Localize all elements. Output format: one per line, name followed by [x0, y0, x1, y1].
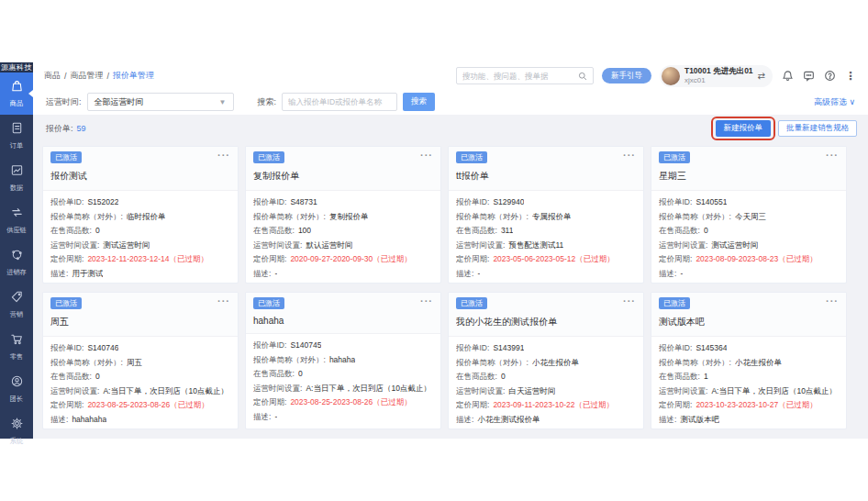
avatar: [662, 67, 680, 85]
breadcrumb: 商品/ 商品管理/ 报价单管理: [44, 70, 154, 82]
on-sale-count: 0: [298, 370, 303, 378]
brand-logo: 源惠科技: [0, 62, 33, 72]
batch-create-button[interactable]: 批量新建销售规格: [778, 120, 857, 137]
quote-description: -: [274, 270, 277, 278]
switch-account-icon[interactable]: ⇄: [758, 71, 765, 81]
card-more-icon[interactable]: ···: [420, 151, 433, 159]
search-filter-label: 搜索:: [258, 96, 277, 108]
quote-title: 复制报价单: [253, 163, 433, 190]
pricing-period: 2023-09-11-2023-10-22（已过期）: [493, 401, 614, 409]
quote-description: 用于测试: [72, 270, 103, 278]
pricing-period: 2023-10-23-2023-10-27（已过期）: [696, 401, 817, 409]
quote-title: 星期三: [659, 163, 839, 190]
on-sale-count: 0: [95, 373, 100, 381]
quote-card[interactable]: 已激活 ··· 星期三 报价单ID:S140551 报价单简称（对外）:今天周三…: [651, 146, 847, 284]
quote-id: S129940: [493, 198, 524, 206]
time-filter-select[interactable]: 全部运营时间 ▼: [87, 93, 234, 111]
notification-bell-icon[interactable]: [781, 70, 794, 83]
order-doc-icon: [10, 121, 24, 139]
quote-short-name: 今天周三: [735, 213, 766, 221]
on-sale-count: 0: [95, 227, 100, 235]
quote-short-name: 周五: [127, 359, 142, 367]
help-icon[interactable]: [823, 70, 836, 83]
cart-icon: [10, 332, 24, 350]
sidebar-item-进销存[interactable]: 进销存: [0, 241, 33, 284]
card-more-icon[interactable]: ···: [217, 297, 230, 305]
quote-title: hahaha: [253, 309, 433, 333]
sidebar-item-商品[interactable]: 商品: [0, 72, 33, 115]
sidebar-item-订单[interactable]: 订单: [0, 115, 33, 157]
sidebar-item-营销[interactable]: 营销: [0, 284, 33, 326]
global-search: [456, 67, 594, 84]
quote-description: 小花生测试报价单: [477, 416, 540, 424]
operation-time: 预售配送测试11: [508, 241, 563, 250]
card-more-icon[interactable]: ···: [623, 297, 636, 305]
sidebar-item-数据[interactable]: 数据: [0, 157, 33, 199]
user-name: T10001 先进先出01: [684, 67, 753, 76]
quote-card[interactable]: 已激活 ··· 我的小花生的测试报价单 报价单ID:S143991 报价单简称（…: [448, 292, 644, 429]
user-menu[interactable]: T10001 先进先出01 xjxc01 ⇄: [660, 65, 773, 87]
gear-icon: [10, 417, 24, 434]
message-icon[interactable]: [802, 70, 815, 83]
quote-count-value: 59: [77, 124, 86, 133]
sidebar-item-供应链[interactable]: 供应链: [0, 199, 33, 241]
card-more-icon[interactable]: ···: [826, 297, 839, 305]
quote-id: S140745: [290, 341, 321, 350]
advanced-filter-link[interactable]: 高级筛选 ∨: [814, 96, 855, 108]
quote-short-name: 复制报价单: [329, 213, 369, 221]
filter-bar: 运营时间: 全部运营时间 ▼ 搜索: 搜索 高级筛选 ∨: [33, 89, 868, 115]
pricing-period: 2023-08-25-2023-08-26（已过期）: [290, 398, 411, 406]
card-more-icon[interactable]: ···: [217, 151, 230, 159]
sidebar-item-系统[interactable]: 系统: [0, 410, 33, 452]
sidebar-item-团长[interactable]: 团长: [0, 368, 33, 410]
status-badge: 已激活: [253, 151, 284, 163]
count-bar: 报价单: 59 新建报价单 批量新建销售规格: [33, 115, 868, 142]
breadcrumb-current: 报价单管理: [113, 70, 154, 82]
status-badge: 已激活: [659, 151, 690, 163]
create-quote-button[interactable]: 新建报价单: [716, 120, 772, 137]
search-icon: [578, 72, 587, 81]
sidebar-item-零售[interactable]: 零售: [0, 326, 33, 368]
quote-card[interactable]: 已激活 ··· 测试版本吧 报价单ID:S145364 报价单简称（对外）:小花…: [651, 292, 847, 429]
status-badge: 已激活: [253, 297, 284, 309]
status-badge: 已激活: [456, 151, 487, 163]
quote-title: 报价测试: [50, 163, 230, 190]
quote-card[interactable]: 已激活 ··· 复制报价单 报价单ID:S48731 报价单简称（对外）:复制报…: [245, 146, 441, 284]
more-menu-icon[interactable]: ⋮: [844, 70, 857, 83]
operation-time: A:当日下单，次日到店（10点截止）: [103, 387, 228, 395]
breadcrumb-item[interactable]: 商品管理: [71, 70, 104, 82]
quote-card[interactable]: 已激活 ··· hahaha 报价单ID:S140745 报价单简称（对外）:h…: [245, 292, 441, 429]
quote-description: -: [680, 270, 683, 278]
quote-card[interactable]: 已激活 ··· 周五 报价单ID:S140746 报价单简称（对外）:周五 在售…: [42, 292, 239, 429]
quote-search-input[interactable]: [282, 93, 397, 111]
bag-icon: [10, 79, 24, 96]
card-more-icon[interactable]: ···: [420, 297, 433, 305]
time-filter-value: 全部运营时间: [95, 96, 144, 108]
top-bar: 商品/ 商品管理/ 报价单管理 新手引导 T10001 先进先出01 xjxc0…: [33, 62, 868, 89]
quote-title: 我的小花生的测试报价单: [456, 309, 636, 336]
tag-icon: [10, 290, 24, 307]
quote-card[interactable]: 已激活 ··· 报价测试 报价单ID:S152022 报价单简称（对外）:临时报…: [42, 146, 239, 284]
quote-card-grid: 已激活 ··· 报价测试 报价单ID:S152022 报价单简称（对外）:临时报…: [33, 142, 868, 439]
quote-short-name: 专属报价单: [532, 213, 572, 221]
user-account: xjxc01: [684, 76, 753, 84]
operation-time: A:当日下单，次日到店（10点截止）: [711, 387, 837, 395]
sidebar: 源惠科技 商品订单数据供应链进销存营销零售团长系统: [0, 62, 33, 439]
quote-title: 测试版本吧: [659, 309, 839, 336]
guide-button[interactable]: 新手引导: [602, 68, 651, 84]
global-search-input[interactable]: [462, 72, 578, 81]
on-sale-count: 0: [501, 373, 506, 381]
search-button[interactable]: 搜索: [403, 93, 435, 111]
app-window: 源惠科技 商品订单数据供应链进销存营销零售团长系统 商品/ 商品管理/ 报价单管…: [0, 62, 868, 439]
quote-id: S145364: [696, 344, 727, 352]
on-sale-count: 100: [298, 227, 311, 235]
status-badge: 已激活: [659, 297, 690, 309]
card-more-icon[interactable]: ···: [826, 151, 839, 159]
breadcrumb-item[interactable]: 商品: [44, 70, 61, 82]
breadcrumb-separator: /: [64, 72, 67, 81]
pricing-period: 2023-12-11-2023-12-14（已过期）: [87, 255, 208, 263]
on-sale-count: 0: [704, 227, 708, 235]
card-more-icon[interactable]: ···: [623, 151, 636, 159]
status-badge: 已激活: [50, 297, 82, 309]
quote-card[interactable]: 已激活 ··· tt报价单 报价单ID:S129940 报价单简称（对外）:专属…: [448, 146, 644, 284]
